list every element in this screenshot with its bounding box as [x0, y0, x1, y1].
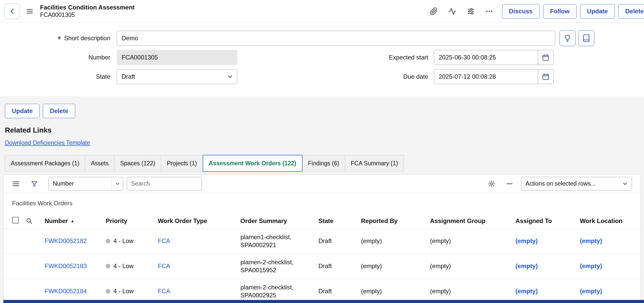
download-deficiencies-template-link[interactable]: Download Deficiencies Template: [5, 139, 90, 146]
state-value: Draft: [318, 288, 332, 295]
tab-findings[interactable]: Findings (6): [302, 155, 345, 171]
record-form: * Short description Number Expected star…: [0, 23, 644, 96]
column-header-assigned-to[interactable]: Assigned To: [515, 214, 580, 228]
back-button[interactable]: [5, 4, 20, 19]
work-order-number-link[interactable]: FWKD0052184: [45, 288, 87, 295]
assignment-group-value: (empty): [430, 262, 451, 269]
tab-spaces[interactable]: Spaces (122): [114, 155, 161, 171]
assignment-group-value: (empty): [430, 237, 451, 244]
collapse-list-minus-icon[interactable]: [506, 180, 513, 188]
due-date-calendar-button[interactable]: [538, 69, 554, 84]
state-row: State Draft Due date: [0, 69, 644, 84]
related-lists-tabs: Assessment Packages (1) Assets Spaces (1…: [5, 155, 404, 172]
expected-start-field: [434, 50, 554, 65]
column-header-work-order-type[interactable]: Work Order Type: [158, 214, 240, 228]
personalize-sliders-icon[interactable]: [467, 7, 475, 15]
update-button-header[interactable]: Update: [580, 4, 615, 18]
short-description-input[interactable]: [117, 31, 555, 46]
order-summary-text: plamen-2-checklist, SPA0015952: [240, 258, 318, 274]
select-all-checkbox[interactable]: [12, 217, 19, 224]
priority-dot-icon: [106, 264, 110, 268]
related-links-heading: Related Links: [5, 126, 52, 134]
suggestion-lightbulb-button[interactable]: [560, 30, 575, 46]
work-order-number-link[interactable]: FWKD0052182: [45, 237, 87, 244]
toolbar-right: Actions on selected rows...: [488, 177, 632, 191]
table-row: FWKD0052183 4 - Low FCA plamen-2-checkli…: [4, 254, 641, 279]
reported-by-value: (empty): [361, 262, 382, 269]
column-header-assignment-group[interactable]: Assignment Group: [430, 214, 515, 228]
assigned-to-link[interactable]: (empty): [515, 262, 538, 269]
lightbulb-icon: [563, 34, 572, 42]
number-row: Number Expected start: [0, 50, 644, 65]
delete-button-footer[interactable]: Delete: [43, 104, 75, 118]
tab-assessment-work-orders[interactable]: Assessment Work Orders (122): [203, 155, 303, 172]
column-header-reported-by[interactable]: Reported By: [361, 214, 430, 228]
list-search-magnifier-icon[interactable]: [26, 217, 45, 224]
book-icon: [582, 34, 590, 42]
state-select[interactable]: Draft: [117, 69, 237, 84]
short-description-row: * Short description: [0, 31, 644, 46]
discuss-button[interactable]: Discuss: [502, 4, 540, 18]
delete-button-header[interactable]: Delete: [618, 4, 644, 18]
column-header-order-summary[interactable]: Order Summary: [240, 214, 318, 228]
attachment-paperclip-icon[interactable]: [430, 7, 438, 15]
list-context-menu-icon[interactable]: [12, 180, 20, 188]
work-location-link[interactable]: (empty): [580, 288, 602, 295]
knowledge-book-button[interactable]: [578, 30, 594, 46]
actions-on-selected-rows-select[interactable]: Actions on selected rows...: [521, 177, 632, 191]
priority-dot-icon: [106, 289, 110, 294]
number-input[interactable]: [117, 50, 237, 65]
list-toolbar: Number Actions on selected rows...: [4, 175, 640, 193]
work-order-type-link[interactable]: FCA: [158, 262, 170, 269]
due-date-field: [434, 69, 554, 84]
activity-stream-icon[interactable]: [448, 7, 456, 15]
title-block: Facilities Condition Assessment FCA00013…: [40, 4, 135, 18]
state-value: Draft: [318, 262, 332, 269]
more-options-icon[interactable]: [485, 7, 493, 15]
due-date-input[interactable]: [434, 69, 538, 84]
column-header-number[interactable]: Number▲: [45, 214, 106, 228]
table-row: FWKD0052184 4 - Low FCA plamen-2-checkli…: [4, 279, 641, 303]
record-header: Facilities Condition Assessment FCA00013…: [0, 0, 644, 23]
list-settings-gear-icon[interactable]: [488, 180, 495, 188]
list-search-input[interactable]: [127, 177, 202, 191]
expected-start-input[interactable]: [434, 50, 538, 65]
order-summary-text: plamen-2-checklist, SPA0002925: [240, 283, 318, 299]
tab-assessment-packages[interactable]: Assessment Packages (1): [5, 155, 85, 171]
assessment-work-orders-list: Number Actions on selected rows... Facil…: [3, 174, 641, 303]
assigned-to-link[interactable]: (empty): [515, 237, 538, 244]
chevron-down-icon: [622, 181, 628, 187]
tab-projects[interactable]: Projects (1): [161, 155, 203, 171]
work-order-number-link[interactable]: FWKD0052183: [45, 262, 87, 269]
work-order-type-link[interactable]: FCA: [158, 237, 170, 244]
form-footer-actions: Update Delete: [5, 104, 75, 118]
table-row: FWKD0052182 4 - Low FCA plamen1-checklis…: [4, 228, 641, 254]
work-orders-table: Number▲ Priority Work Order Type Order S…: [4, 214, 641, 303]
header-icons: [430, 7, 493, 15]
reported-by-value: (empty): [361, 237, 382, 244]
content-area: Update Delete Related Links Download Def…: [0, 96, 644, 303]
follow-button[interactable]: Follow: [543, 4, 577, 18]
update-button-footer[interactable]: Update: [5, 104, 40, 118]
header-buttons: Discuss Follow Update Delete: [502, 4, 644, 18]
work-location-link[interactable]: (empty): [580, 262, 602, 269]
sort-ascending-icon: ▲: [71, 219, 74, 223]
filter-funnel-icon[interactable]: [31, 180, 38, 188]
assigned-to-link[interactable]: (empty): [515, 288, 538, 295]
column-header-state[interactable]: State: [318, 214, 361, 228]
horizontal-scrollbar[interactable]: [3, 300, 644, 303]
expected-start-calendar-button[interactable]: [538, 50, 554, 65]
list-title: Facilities Work Orders: [12, 200, 640, 207]
record-number: FCA0001305: [40, 12, 135, 18]
column-header-priority[interactable]: Priority: [106, 214, 158, 228]
work-order-type-link[interactable]: FCA: [158, 288, 170, 295]
number-label: Number: [0, 54, 110, 61]
search-field-select[interactable]: Number: [48, 177, 123, 191]
tab-fca-summary[interactable]: FCA Summary (1): [345, 155, 404, 171]
column-header-work-location[interactable]: Work Location: [580, 214, 641, 228]
work-location-link[interactable]: (empty): [580, 237, 602, 244]
chevron-down-icon: [227, 73, 233, 80]
form-context-menu-icon[interactable]: [26, 8, 33, 15]
tab-assets[interactable]: Assets: [85, 155, 114, 171]
table-header-row: Number▲ Priority Work Order Type Order S…: [4, 214, 641, 228]
